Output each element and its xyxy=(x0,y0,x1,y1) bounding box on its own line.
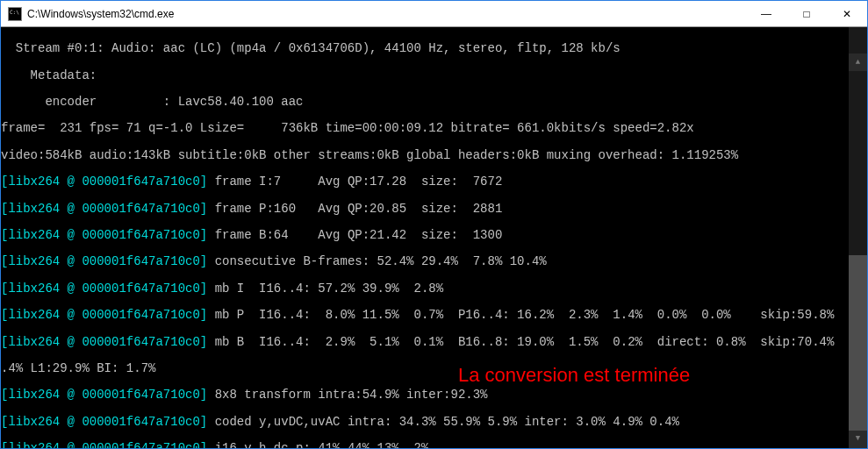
encoder-tag: [libx264 @ 000001f647a710c0] xyxy=(1,202,207,216)
output-line: [libx264 @ 000001f647a710c0] frame B:64 … xyxy=(1,229,867,242)
scroll-down-button[interactable]: ▼ xyxy=(849,431,867,448)
encoder-tag: [libx264 @ 000001f647a710c0] xyxy=(1,175,207,189)
output-line: [libx264 @ 000001f647a710c0] i16 v,h,dc,… xyxy=(1,442,867,448)
encoder-tag: [libx264 @ 000001f647a710c0] xyxy=(1,308,207,322)
vertical-scrollbar[interactable]: ▲ ▼ xyxy=(849,27,867,448)
minimize-button[interactable]: — xyxy=(746,1,786,27)
output-line: [libx264 @ 000001f647a710c0] mb I I16..4… xyxy=(1,282,867,296)
output-line: [libx264 @ 000001f647a710c0] mb B I16..4… xyxy=(1,336,867,349)
scrollbar-thumb[interactable] xyxy=(849,255,867,431)
window-title: C:\Windows\system32\cmd.exe xyxy=(27,8,746,20)
window-titlebar: C:\Windows\system32\cmd.exe — □ ✕ xyxy=(1,1,867,27)
output-line: [libx264 @ 000001f647a710c0] frame P:160… xyxy=(1,203,867,216)
encoder-tag: [libx264 @ 000001f647a710c0] xyxy=(1,254,207,268)
output-line: .4% L1:29.9% BI: 1.7% xyxy=(1,362,867,375)
encoder-tag: [libx264 @ 000001f647a710c0] xyxy=(1,282,207,296)
annotation-overlay: La conversion est terminée xyxy=(458,368,690,381)
output-line: [libx264 @ 000001f647a710c0] mb P I16..4… xyxy=(1,309,867,322)
encoder-tag: [libx264 @ 000001f647a710c0] xyxy=(1,335,207,349)
maximize-button[interactable]: □ xyxy=(786,1,827,27)
output-line: encoder : Lavc58.40.100 aac xyxy=(1,96,867,109)
cmd-icon xyxy=(8,7,22,21)
scrollbar-track[interactable] xyxy=(849,45,867,431)
encoder-tag: [libx264 @ 000001f647a710c0] xyxy=(1,228,207,242)
output-line: [libx264 @ 000001f647a710c0] 8x8 transfo… xyxy=(1,388,867,402)
terminal-output[interactable]: Stream #0:1: Audio: aac (LC) (mp4a / 0x6… xyxy=(1,27,867,448)
output-line: video:584kB audio:143kB subtitle:0kB oth… xyxy=(1,149,867,162)
close-button[interactable]: ✕ xyxy=(827,1,867,27)
output-line: [libx264 @ 000001f647a710c0] coded y,uvD… xyxy=(1,416,867,429)
encoder-tag: [libx264 @ 000001f647a710c0] xyxy=(1,415,207,429)
output-line: [libx264 @ 000001f647a710c0] frame I:7 A… xyxy=(1,175,867,189)
output-line: [libx264 @ 000001f647a710c0] consecutive… xyxy=(1,255,867,268)
encoder-tag: [libx264 @ 000001f647a710c0] xyxy=(1,388,207,402)
encoder-tag: [libx264 @ 000001f647a710c0] xyxy=(1,441,207,448)
output-line: frame= 231 fps= 71 q=-1.0 Lsize= 736kB t… xyxy=(1,122,867,135)
output-line: Metadata: xyxy=(1,69,867,82)
output-line: Stream #0:1: Audio: aac (LC) (mp4a / 0x6… xyxy=(1,42,867,55)
